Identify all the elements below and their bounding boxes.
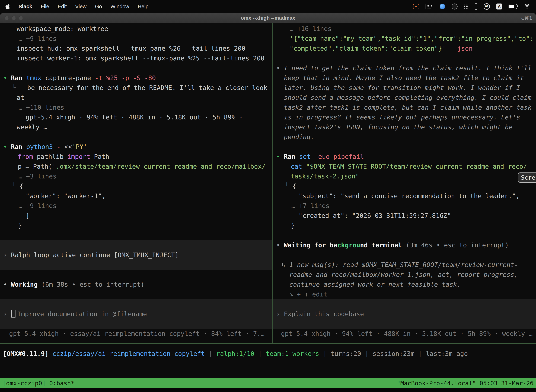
text-segment: 1 new msg(s): read $OMX_TEAM_STATE_ROOT/…	[289, 261, 518, 268]
terminal-row: … +7 lines	[273, 201, 536, 211]
window-title-bar[interactable]: omx --xhigh --madmax ⌥⌘1	[0, 13, 536, 23]
menu-window[interactable]: Window	[110, 4, 129, 9]
text-segment: (6m 38s • esc to interrupt)	[42, 281, 144, 288]
pane-divider-horizontal[interactable]	[0, 343, 536, 344]
text-segment: continue assigned work or next feasible …	[289, 281, 461, 288]
app-icon-dark[interactable]	[452, 4, 458, 9]
tmux-session-window[interactable]: [omx-cczip0] 0:bash*	[2, 380, 74, 387]
keyboard-icon[interactable]	[426, 4, 433, 9]
text-segment: '{"team_name":"my-team","task_id":"1","f…	[290, 35, 534, 42]
text-segment: gpt-5.4 xhigh · 94% left · 488K in · 5.1…	[26, 114, 243, 121]
text-segment: "subject": "send a concise recommendatio…	[299, 192, 520, 200]
screenshot-overlay[interactable]: Scre	[518, 173, 536, 183]
text-segment: ]	[26, 212, 29, 219]
text-segment: 'PY'	[72, 143, 87, 150]
terminal-row	[0, 132, 272, 142]
terminal-row: gpt-5.4 xhigh · 94% left · 488K in · 5.1…	[273, 329, 536, 339]
omx-status-segment: turns:20	[330, 350, 361, 357]
app-menu-slack[interactable]: Slack	[19, 4, 32, 9]
terminal-row: ↳ 1 new msg(s): read $OMX_TEAM_STATE_ROO…	[273, 260, 536, 270]
terminal-row	[273, 53, 536, 63]
tmux-pane-right[interactable]: … +16 lines'{"team_name":"my-team","task…	[273, 24, 536, 343]
text-segment: Working	[11, 281, 41, 288]
terminal-row: … +16 lines	[273, 24, 536, 34]
omx-status-segment: session:23m	[373, 350, 414, 357]
terminal-row	[0, 63, 272, 73]
text-segment: "completed","claim_token":"claim-token"}…	[290, 45, 446, 52]
omx-status-segment: |	[319, 350, 330, 357]
text-segment: •	[276, 153, 284, 160]
stand-icon[interactable]	[475, 3, 477, 10]
text-segment: {	[19, 182, 23, 190]
screen-recording-indicator-icon[interactable]	[413, 4, 419, 9]
menu-file[interactable]: File	[41, 4, 49, 9]
terminal-row: should send a message before completing …	[273, 93, 536, 103]
text-segment: --json	[446, 45, 473, 52]
terminal-row: inspect_worker-1: omx sparkshell --tmux-…	[0, 53, 272, 63]
zoom-button[interactable]	[19, 16, 23, 20]
terminal-window: workspace_mode: worktree… +9 linesinspec…	[0, 23, 536, 378]
text-segment: keep that in mind. Maybe I also need the…	[284, 74, 524, 81]
terminal-row: … +9 lines	[0, 34, 272, 44]
input-band[interactable]: › Ralph loop active continue [OMX_TMUX_I…	[0, 240, 272, 270]
terminal-row: '{"team_name":"my-team","task_id":"1","f…	[273, 34, 536, 44]
terminal-row	[273, 142, 536, 152]
minimize-button[interactable]	[12, 16, 16, 20]
menu-go[interactable]: Go	[95, 4, 102, 9]
traffic-lights	[5, 16, 23, 20]
close-button[interactable]	[5, 16, 9, 20]
desktop: Slack File Edit View Go Window Help 61 A	[0, 0, 536, 392]
text-segment: be necessary for the end of the README. …	[16, 84, 267, 91]
text-segment: Path	[90, 153, 109, 160]
battery-icon[interactable]	[509, 4, 517, 9]
tmux-status-bar: [omx-cczip0] 0:bash* "MacBook-Pro-44.loc…	[0, 378, 536, 388]
text-segment: from	[18, 153, 33, 160]
text-segment: gpt-5.4 xhigh · 94% left · 488K in · 5.1…	[281, 330, 532, 337]
terminal-row: inspect task2's JSON, focusing on the st…	[273, 122, 536, 132]
text-segment: ckgrou	[337, 242, 360, 249]
text-segment: -euo pipefail	[311, 153, 364, 160]
text-segment: pathlib	[33, 153, 67, 160]
terminal-row: … +9 lines	[0, 201, 272, 211]
text-segment: Explain this codebase	[284, 309, 364, 319]
apple-menu[interactable]	[5, 4, 10, 9]
omx-status-segment: |	[415, 350, 426, 357]
omx-status-segment: cczip/essay/ai-reimplementation-copyleft	[48, 350, 205, 357]
text-segment: "$OMX_TEAM_STATE_ROOT/team/review-curren…	[306, 163, 527, 170]
text-segment: Waiting for ba	[284, 242, 337, 249]
terminal-row	[273, 250, 536, 260]
omx-status-segment: last:3m ago	[426, 350, 468, 357]
terminal-row: … +110 lines	[0, 103, 272, 112]
text-segment: weekly …	[17, 123, 47, 131]
text-segment: is in progress? It seems likely but perh…	[284, 114, 520, 121]
text-segment: (3m 46s • esc to interrupt)	[402, 242, 509, 249]
text-segment: gpt-5.4 xhigh · essay/ai-reimplementatio…	[9, 330, 264, 337]
text-segment: capture-pane	[42, 74, 95, 81]
text-segment: nd terminal	[360, 242, 402, 249]
input-band[interactable]: › Explain this codebase	[273, 299, 536, 329]
battery-percent-badge[interactable]: 61	[483, 3, 490, 10]
text-segment: •	[3, 143, 11, 150]
app-icon-blue[interactable]	[440, 4, 445, 9]
terminal-row	[0, 270, 272, 280]
terminal-row: p = Path('.omx/state/team/review-current…	[0, 162, 272, 171]
tmux-pane-left[interactable]: workspace_mode: worktree… +9 linesinspec…	[0, 24, 272, 343]
text-segment: <<	[61, 143, 72, 150]
text-segment: readme-and-reco/mailbox/worker-1.json, a…	[289, 271, 518, 278]
terminal-row: from pathlib import Path	[0, 152, 272, 162]
text-segment: Ran	[11, 143, 26, 150]
text-segment: -	[53, 143, 61, 150]
text-segment: Ran	[284, 153, 299, 160]
menu-view[interactable]: View	[75, 4, 86, 9]
pane-divider-vertical[interactable]	[272, 23, 273, 343]
menu-edit[interactable]: Edit	[58, 4, 67, 9]
terminal-row: cat "$OMX_TEAM_STATE_ROOT/team/review-cu…	[273, 162, 536, 171]
text-segment: Improve documentation in @filename	[17, 309, 147, 319]
wifi-icon[interactable]	[523, 4, 531, 9]
text-segment: tmux	[26, 74, 42, 81]
input-source-icon[interactable]: A	[496, 4, 502, 9]
dots-grid-icon[interactable]	[464, 4, 469, 9]
input-band[interactable]: › Improve documentation in @filename	[0, 299, 272, 329]
terminal-row: └ {	[273, 181, 536, 191]
menu-help[interactable]: Help	[138, 4, 148, 9]
